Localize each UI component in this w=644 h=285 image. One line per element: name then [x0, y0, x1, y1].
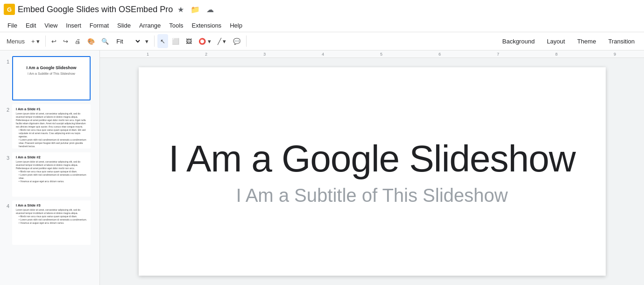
image-button[interactable]: 🖼	[183, 34, 195, 48]
print-button[interactable]: 🖨	[72, 34, 84, 48]
thumb-bullet-3-1: • Lorem proin nibh nisl condimentum id v…	[16, 173, 87, 180]
ruler-mark-3: 3	[235, 52, 294, 57]
thumb-bullet-4-1: • Lorem proin nibh nisl condimentum id v…	[16, 218, 87, 221]
menu-view[interactable]: View	[41, 21, 61, 30]
thumb-bullet-3-2: • Vivamus at augue eget arcu dictum vari…	[16, 180, 87, 183]
menu-bar: FileEditViewInsertFormatSlideArrangeTool…	[0, 19, 644, 32]
thumb-subtitle-1: I Am a Subtitle of This Slideshow	[13, 72, 90, 75]
menu-file[interactable]: File	[4, 21, 21, 30]
thumb-heading-4: I Am a Slide #3	[16, 203, 87, 207]
thumb-bullet-4-0: • Morbi non arcu risus quis varius quam …	[16, 215, 87, 218]
slide-thumb-wrapper-4[interactable]: 4I Am a Slide #3Lorem ipsum dolor sit am…	[0, 199, 99, 247]
cursor-button[interactable]: ↖	[157, 34, 168, 48]
thumb-bullet-3-0: • Morbi non arcu risus quis varius quam …	[16, 170, 87, 173]
slide-title: I Am a Google Slideshow	[169, 137, 575, 180]
comment-button[interactable]: 💬	[230, 34, 243, 48]
ruler-horizontal: 123456789	[100, 50, 644, 58]
title-bar: G Embed Google Slides with OSEmbed Pro ★…	[0, 0, 644, 19]
folder-icon[interactable]: 📁	[189, 4, 202, 15]
ruler-mark-1: 1	[119, 52, 177, 57]
menu-edit[interactable]: Edit	[22, 21, 40, 30]
thumb-title-1: I Am a Google Slideshow	[13, 65, 90, 70]
thumb-bullet-2-2: • Vivamus at augue eget arcu dictum vari…	[16, 148, 87, 149]
zoom-arrow[interactable]: ▾	[142, 34, 151, 48]
line-button[interactable]: ╱ ▾	[215, 34, 229, 48]
slide-num-3: 3	[4, 155, 9, 161]
slide-num-1: 1	[4, 59, 9, 64]
thumb-body-4: Lorem ipsum dolor sit amet, consectetur …	[16, 208, 87, 215]
redo-button[interactable]: ↪	[60, 34, 71, 48]
thumb-content-2: I Am a Slide #1Lorem ipsum dolor sit ame…	[13, 105, 90, 149]
ruler-mark-8: 8	[527, 52, 586, 57]
transition-button[interactable]: Transition	[602, 34, 640, 48]
slide-subtitle: I Am a Subtitle of This Slideshow	[236, 185, 508, 206]
thumb-body-3: Lorem ipsum dolor sit amet, consectetur …	[16, 160, 87, 170]
slide-thumb-2[interactable]: I Am a Slide #1Lorem ipsum dolor sit ame…	[12, 104, 91, 149]
slide-num-2: 2	[4, 107, 9, 113]
cloud-icon[interactable]: ☁	[205, 4, 216, 15]
ruler-mark-6: 6	[410, 52, 469, 57]
slide-thumb-3[interactable]: I Am a Slide #2Lorem ipsum dolor sit ame…	[12, 152, 91, 197]
background-button[interactable]: Background	[496, 34, 540, 48]
zoom-button[interactable]: 🔍	[99, 34, 112, 48]
separator-2	[154, 36, 155, 47]
ruler-mark-5: 5	[352, 52, 410, 57]
thumb-content-4: I Am a Slide #3Lorem ipsum dolor sit ame…	[13, 201, 90, 227]
main-area: 1I Am a Google SlideshowI Am a Subtitle …	[0, 50, 644, 285]
thumb-bullet-4-2: • Vivamus at augue eget arcu dictum vari…	[16, 221, 87, 225]
separator-1	[45, 36, 46, 47]
thumb-body-2: Lorem ipsum dolor sit amet, consectetur …	[16, 112, 87, 128]
canvas-area: 123456789 I Am a Google Slideshow I Am a…	[100, 50, 644, 285]
menu-insert[interactable]: Insert	[62, 21, 85, 30]
thumb-content-3: I Am a Slide #2Lorem ipsum dolor sit ame…	[13, 153, 90, 185]
ruler-mark-7: 7	[469, 52, 527, 57]
paint-format-button[interactable]: 🎨	[85, 34, 98, 48]
shape-button[interactable]: ⭕ ▾	[196, 34, 214, 48]
separator-3	[246, 36, 247, 47]
menu-arrange[interactable]: Arrange	[135, 21, 164, 30]
thumb-bullet-2-1: • Lorem proin nibh nisl condimentum id v…	[16, 138, 87, 148]
slide-canvas[interactable]: I Am a Google Slideshow I Am a Subtitle …	[139, 67, 606, 276]
menu-tools[interactable]: Tools	[165, 21, 187, 30]
doc-title: Embed Google Slides with OSEmbed Pro	[18, 5, 173, 14]
select-button[interactable]: ⬜	[169, 34, 182, 48]
slide-thumb-4[interactable]: I Am a Slide #3Lorem ipsum dolor sit ame…	[12, 200, 91, 245]
toolbar: Menus + ▾ ↩ ↪ 🖨 🎨 🔍 Fit 50% 75% 100% ▾ ↖…	[0, 32, 644, 50]
ruler-mark-2: 2	[177, 52, 235, 57]
thumb-heading-3: I Am a Slide #2	[16, 155, 87, 159]
ruler-marks: 123456789	[100, 52, 644, 57]
slide-num-4: 4	[4, 203, 9, 209]
ruler-mark-4: 4	[294, 52, 352, 57]
thumb-heading-2: I Am a Slide #1	[16, 107, 87, 111]
slide-thumb-wrapper-3[interactable]: 3I Am a Slide #2Lorem ipsum dolor sit am…	[0, 150, 99, 199]
ruler-mark-9: 9	[586, 52, 644, 57]
toolbar-right: Background Layout Theme Transition	[496, 34, 640, 48]
star-icon[interactable]: ★	[176, 4, 186, 15]
zoom-select[interactable]: Fit 50% 75% 100%	[113, 36, 142, 46]
layout-button[interactable]: Layout	[541, 34, 571, 48]
slide-thumb-wrapper-1[interactable]: 1I Am a Google SlideshowI Am a Subtitle …	[0, 54, 99, 102]
theme-button[interactable]: Theme	[572, 34, 602, 48]
thumb-bullet-2-0: • Morbi non arcu risus quis varius quam …	[16, 128, 87, 138]
slide-panel: 1I Am a Google SlideshowI Am a Subtitle …	[0, 50, 100, 285]
menu-help[interactable]: Help	[226, 21, 246, 30]
slide-thumb-wrapper-2[interactable]: 2I Am a Slide #1Lorem ipsum dolor sit am…	[0, 102, 99, 150]
app-icon: G	[4, 4, 15, 15]
menu-extensions[interactable]: Extensions	[188, 21, 226, 30]
undo-button[interactable]: ↩	[49, 34, 59, 48]
slide-thumb-1[interactable]: I Am a Google SlideshowI Am a Subtitle o…	[12, 56, 91, 100]
menu-format[interactable]: Format	[86, 21, 113, 30]
zoom-in-button[interactable]: + ▾	[28, 34, 42, 48]
menu-slide[interactable]: Slide	[113, 21, 134, 30]
menus-button[interactable]: Menus	[4, 34, 28, 48]
